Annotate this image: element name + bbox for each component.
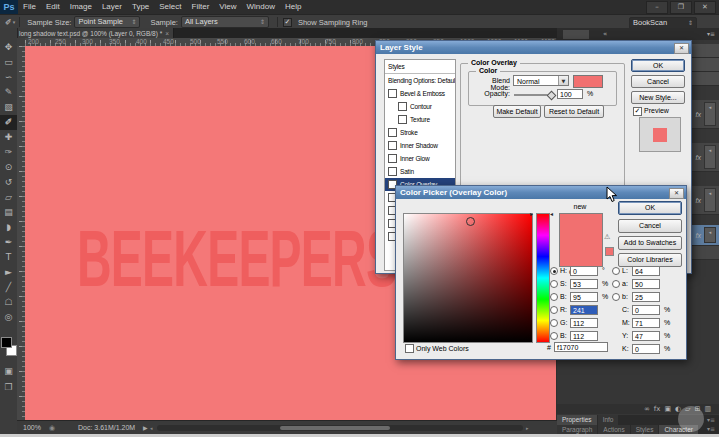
fx-expand-icon[interactable]: ◂ xyxy=(704,188,716,212)
menu-item[interactable]: Filter xyxy=(187,0,215,14)
menu-item[interactable]: Window xyxy=(242,0,280,14)
tab-info[interactable]: Info xyxy=(598,415,619,425)
overlay-color-swatch[interactable] xyxy=(573,75,603,88)
value-input[interactable]: 47 xyxy=(632,331,660,341)
layer-style-item[interactable]: Bevel & Emboss xyxy=(385,87,455,100)
eyedropper-tool[interactable]: ✐ xyxy=(0,115,17,130)
fx-expand-icon[interactable]: ◂ xyxy=(704,102,716,126)
pen-tool[interactable]: ✒ xyxy=(0,235,17,250)
document-tab[interactable]: long shadow text.psd @ 100% (Layer 0, RG… xyxy=(17,28,174,38)
style-checkbox[interactable] xyxy=(388,128,397,137)
radio-button[interactable] xyxy=(550,332,558,340)
radio-button[interactable] xyxy=(612,293,620,301)
dropdown-arrow-icon[interactable]: ▼ xyxy=(558,76,568,85)
gradient-tool[interactable]: ▤ xyxy=(0,205,17,220)
hex-input[interactable]: f17070 xyxy=(554,342,608,352)
restore-button[interactable]: ❐ xyxy=(670,1,692,14)
style-checkbox[interactable] xyxy=(388,167,397,176)
layer-style-item[interactable]: Blending Options: Default xyxy=(385,74,455,87)
style-checkbox[interactable] xyxy=(388,89,397,98)
opacity-value[interactable]: 100 xyxy=(557,89,583,99)
marquee-tool[interactable]: ▭ xyxy=(0,55,17,70)
move-tool[interactable]: ✥ xyxy=(0,40,17,55)
menu-item[interactable]: Type xyxy=(127,0,154,14)
radio-button[interactable] xyxy=(550,267,558,275)
value-input[interactable]: 71 xyxy=(632,318,660,328)
new-style-button[interactable]: New Style... xyxy=(631,91,685,104)
menu-item[interactable]: Image xyxy=(65,0,97,14)
eraser-tool[interactable]: ▱ xyxy=(0,190,17,205)
blur-tool[interactable]: ◗ xyxy=(0,220,17,235)
sample-dropdown[interactable]: All Layers ⇕ xyxy=(181,16,269,28)
tab-paragraph[interactable]: Paragraph xyxy=(557,425,597,434)
make-default-button[interactable]: Make Default xyxy=(493,105,541,118)
crop-tool[interactable]: ▧ xyxy=(0,100,17,115)
collapse-panels-icon[interactable]: « xyxy=(603,30,607,38)
hue-arrow-left-icon[interactable]: ▸ xyxy=(530,210,533,217)
add-to-swatches-button[interactable]: Add to Swatches xyxy=(618,236,682,250)
blend-mode-dropdown[interactable]: Normal ▼ xyxy=(513,75,569,86)
menu-item[interactable]: Layer xyxy=(97,0,127,14)
sample-size-dropdown[interactable]: Point Sample ⇕ xyxy=(74,16,140,28)
preview-checkbox[interactable]: ✓ xyxy=(633,107,642,116)
cancel-button[interactable]: Cancel xyxy=(618,219,682,233)
fx-expand-icon[interactable]: ◂ xyxy=(704,227,716,243)
gamut-warning-icon[interactable]: ⚠ xyxy=(604,233,610,241)
foreground-color-swatch[interactable] xyxy=(1,337,12,348)
value-input[interactable]: 95 xyxy=(570,292,598,302)
layer-style-item[interactable]: Texture xyxy=(385,113,455,126)
horizontal-scrollbar[interactable] xyxy=(157,425,523,431)
value-input[interactable]: 64 xyxy=(632,266,660,276)
layer-style-item[interactable]: Inner Shadow xyxy=(385,139,455,152)
value-input[interactable]: 112 xyxy=(570,318,598,328)
panel-menu-icon[interactable]: ▾≡ xyxy=(707,30,715,37)
tab-properties[interactable]: Properties xyxy=(557,415,597,425)
link-layers-icon[interactable]: ∞ xyxy=(644,405,650,413)
zoom-level[interactable]: 100% xyxy=(23,424,41,431)
clone-stamp-tool[interactable]: ⊙ xyxy=(0,160,17,175)
value-input[interactable]: 241 xyxy=(570,305,598,315)
dialog-title[interactable]: Layer Style xyxy=(376,41,691,54)
value-input[interactable]: 0 xyxy=(570,266,598,276)
close-icon[interactable]: ✕ xyxy=(674,43,689,54)
menu-item[interactable]: Help xyxy=(280,0,306,14)
hand-tool[interactable]: ☖ xyxy=(0,295,17,310)
hue-arrow-right-icon[interactable]: ◂ xyxy=(550,210,553,217)
value-input[interactable]: 53 xyxy=(570,279,598,289)
delete-layer-icon[interactable]: ▥ xyxy=(704,405,711,413)
layer-effects-icon[interactable]: fx xyxy=(654,405,661,413)
screen-mode-icon[interactable]: ❐ xyxy=(0,380,17,395)
layer-style-item[interactable]: Contour xyxy=(385,100,455,113)
web-safe-cube-icon[interactable] xyxy=(605,247,614,256)
radio-button[interactable] xyxy=(550,280,558,288)
style-checkbox[interactable] xyxy=(398,115,407,124)
quick-mask-icon[interactable]: ▣ xyxy=(0,364,17,379)
only-web-colors-checkbox[interactable] xyxy=(405,344,414,353)
fx-expand-icon[interactable]: ◂ xyxy=(704,145,716,169)
color-libraries-button[interactable]: Color Libraries xyxy=(618,253,682,267)
layer-style-item[interactable]: Styles xyxy=(385,60,455,74)
minimize-button[interactable]: – xyxy=(646,1,668,14)
dock-tab-stub[interactable] xyxy=(563,30,589,39)
shape-tool[interactable]: ╱ xyxy=(0,280,17,295)
radio-button[interactable] xyxy=(612,267,620,275)
value-input[interactable]: 112 xyxy=(570,331,598,341)
close-button[interactable]: ✕ xyxy=(694,1,716,14)
value-input[interactable]: 0 xyxy=(632,344,660,354)
radio-button[interactable] xyxy=(612,280,620,288)
status-flyout-icon[interactable]: ▶ xyxy=(143,424,148,431)
layer-style-item[interactable]: Stroke xyxy=(385,126,455,139)
healing-brush-tool[interactable]: ✚ xyxy=(0,130,17,145)
style-checkbox[interactable] xyxy=(388,154,397,163)
radio-button[interactable] xyxy=(550,306,558,314)
menu-item[interactable]: View xyxy=(214,0,241,14)
value-input[interactable]: 50 xyxy=(632,279,660,289)
foreground-background-swatches[interactable] xyxy=(0,336,17,358)
menu-item[interactable]: Edit xyxy=(41,0,65,14)
layer-style-item[interactable]: Satin xyxy=(385,165,455,178)
style-checkbox[interactable] xyxy=(398,102,407,111)
radio-button[interactable] xyxy=(550,319,558,327)
ok-button[interactable]: OK xyxy=(631,59,685,72)
color-field[interactable] xyxy=(403,213,533,343)
zoom-tool[interactable]: ◎ xyxy=(0,310,17,325)
